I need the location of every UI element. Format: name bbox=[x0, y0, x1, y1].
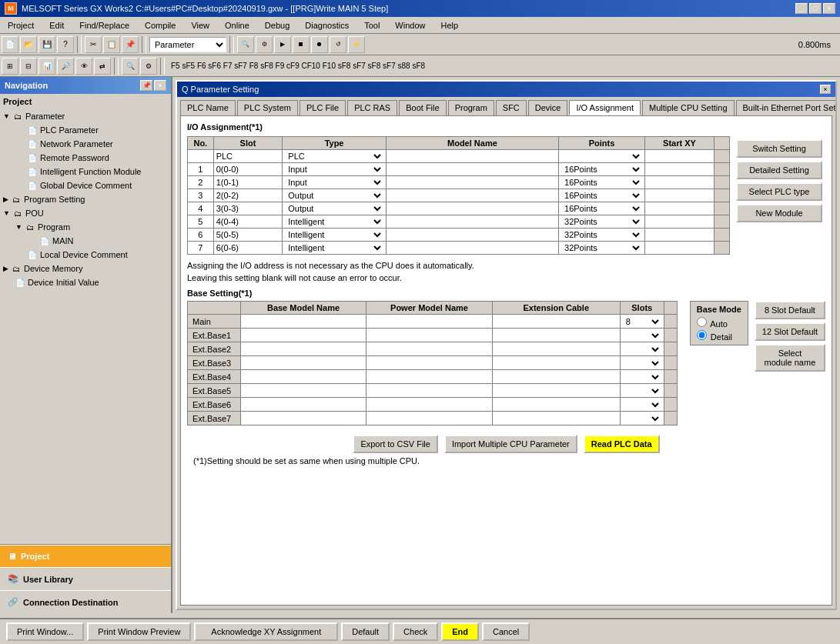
io-cell-startxy[interactable] bbox=[645, 229, 715, 242]
base-cell-powermodel[interactable] bbox=[366, 370, 493, 384]
slots-select[interactable]: 23456789101112 bbox=[623, 330, 661, 341]
base-model-input[interactable] bbox=[243, 317, 352, 326]
tb-icon2[interactable]: ⚙ bbox=[256, 36, 273, 53]
io-model-input[interactable] bbox=[389, 152, 556, 161]
tb-icon6[interactable]: ↺ bbox=[330, 36, 346, 53]
tree-item-network-param[interactable]: 📄 Network Parameter bbox=[2, 137, 169, 151]
io-cell-type[interactable]: PLCInputOutputIntelligentEmpty bbox=[283, 189, 387, 202]
io-model-input[interactable] bbox=[389, 217, 556, 226]
ext-cable-input[interactable] bbox=[495, 345, 605, 354]
io-cell-type[interactable]: PLCInputOutputIntelligentEmpty bbox=[283, 176, 387, 189]
tb2-btn3[interactable]: 📊 bbox=[38, 58, 55, 75]
base-model-input[interactable] bbox=[243, 414, 352, 423]
menu-edit[interactable]: Edit bbox=[45, 19, 69, 32]
ext-cable-input[interactable] bbox=[495, 317, 605, 326]
io-model-input[interactable] bbox=[389, 204, 556, 213]
menu-help[interactable]: Help bbox=[436, 19, 463, 32]
io-cell-model[interactable] bbox=[386, 189, 558, 202]
io-startxy-input[interactable] bbox=[648, 217, 711, 226]
io-points-select[interactable]: 16Points32Points48Points64Points bbox=[561, 229, 642, 240]
close-button[interactable]: × bbox=[823, 3, 835, 14]
base-cell-slots[interactable]: 23456789101112 bbox=[620, 356, 664, 370]
import-multicpu-button[interactable]: Import Multiple CPU Parameter bbox=[444, 435, 577, 453]
io-cell-type[interactable]: PLCInputOutputIntelligentEmpty bbox=[283, 242, 387, 255]
toolbar-dropdown[interactable]: Parameter bbox=[149, 37, 226, 52]
io-cell-points[interactable]: 16Points32Points48Points64Points bbox=[559, 163, 645, 176]
menu-online[interactable]: Online bbox=[220, 19, 254, 32]
new-module-button[interactable]: New Module bbox=[736, 204, 822, 222]
tb2-btn4[interactable]: 🔎 bbox=[57, 58, 74, 75]
io-type-select[interactable]: PLCInputOutputIntelligentEmpty bbox=[285, 164, 383, 175]
base-model-input[interactable] bbox=[243, 331, 352, 340]
io-type-select[interactable]: PLCInputOutputIntelligentEmpty bbox=[285, 242, 383, 253]
io-cell-type[interactable]: PLCInputOutputIntelligentEmpty bbox=[283, 215, 387, 229]
io-startxy-input[interactable] bbox=[648, 165, 711, 174]
base-model-input[interactable] bbox=[243, 400, 352, 409]
tb-icon1[interactable]: 🔍 bbox=[237, 36, 254, 53]
io-cell-points[interactable]: 16Points32Points48Points64Points bbox=[559, 242, 645, 255]
tab-program[interactable]: Program bbox=[448, 100, 494, 115]
io-cell-model[interactable] bbox=[386, 150, 558, 163]
menu-project[interactable]: Project bbox=[3, 19, 38, 32]
base-cell-basemodel[interactable] bbox=[240, 342, 366, 356]
io-cell-points[interactable]: 16Points32Points48Points64Points bbox=[559, 229, 645, 242]
base-model-input[interactable] bbox=[243, 345, 352, 354]
select-module-button[interactable]: Select module name bbox=[755, 344, 825, 372]
tree-item-remote-pwd[interactable]: 📄 Remote Password bbox=[2, 151, 169, 165]
tb2-search[interactable]: 🔍 bbox=[122, 58, 139, 75]
power-model-input[interactable] bbox=[369, 386, 477, 395]
io-cell-startxy[interactable] bbox=[645, 202, 715, 215]
base-cell-powermodel[interactable] bbox=[366, 356, 493, 370]
io-cell-type[interactable]: PLCInputOutputIntelligentEmpty bbox=[283, 202, 387, 215]
io-points-select[interactable]: 16Points32Points48Points64Points bbox=[561, 203, 642, 214]
power-model-input[interactable] bbox=[369, 331, 477, 340]
slots-select[interactable]: 23456789101112 bbox=[623, 385, 661, 396]
base-cell-slots[interactable]: 23456789101112 bbox=[620, 329, 664, 342]
power-model-input[interactable] bbox=[369, 372, 477, 382]
io-type-select[interactable]: PLCInputOutputIntelligentEmpty bbox=[285, 203, 383, 214]
io-cell-startxy[interactable] bbox=[645, 163, 715, 176]
base-cell-basemodel[interactable] bbox=[240, 412, 366, 425]
tab-plcname[interactable]: PLC Name bbox=[180, 100, 236, 115]
slots-select[interactable]: 23456789101112 bbox=[623, 372, 661, 382]
base-cell-extcable[interactable] bbox=[492, 370, 620, 384]
read-plc-button[interactable]: Read PLC Data bbox=[584, 435, 660, 453]
io-startxy-input[interactable] bbox=[648, 204, 711, 213]
tb-btn3[interactable]: 📌 bbox=[122, 36, 139, 53]
base-cell-powermodel[interactable] bbox=[366, 342, 493, 356]
tb2-gear[interactable]: ⚙ bbox=[140, 58, 157, 75]
export-csv-button[interactable]: Export to CSV File bbox=[353, 435, 437, 453]
io-points-select[interactable]: 16Points32Points48Points64Points bbox=[561, 242, 642, 253]
io-cell-model[interactable] bbox=[386, 229, 558, 242]
io-cell-model[interactable] bbox=[386, 202, 558, 215]
base-cell-extcable[interactable] bbox=[492, 342, 620, 356]
base-cell-basemodel[interactable] bbox=[240, 384, 366, 398]
io-cell-type[interactable]: PLCInputOutputIntelligentEmpty bbox=[283, 163, 387, 176]
slots-select[interactable]: 23456789101112 bbox=[623, 413, 661, 424]
tb-icon3[interactable]: ▶ bbox=[274, 36, 291, 53]
ext-cable-input[interactable] bbox=[495, 331, 605, 340]
tree-item-intelligent[interactable]: 📄 Intelligent Function Module bbox=[2, 165, 169, 179]
base-cell-slots[interactable]: 23456789101112 bbox=[620, 342, 664, 356]
power-model-input[interactable] bbox=[369, 400, 477, 409]
tb2-btn1[interactable]: ⊞ bbox=[2, 58, 18, 75]
base-mode-auto-radio[interactable] bbox=[697, 317, 707, 327]
io-cell-model[interactable] bbox=[386, 215, 558, 229]
base-model-input[interactable] bbox=[243, 359, 352, 368]
tb2-btn5[interactable]: 👁 bbox=[75, 58, 92, 75]
io-startxy-input[interactable] bbox=[648, 152, 711, 161]
tb2-btn2[interactable]: ⊟ bbox=[20, 58, 37, 75]
power-model-input[interactable] bbox=[369, 317, 477, 326]
io-model-input[interactable] bbox=[389, 230, 556, 239]
base-cell-powermodel[interactable] bbox=[366, 329, 493, 342]
io-points-select[interactable]: 16Points32Points48Points64Points bbox=[561, 177, 642, 188]
power-model-input[interactable] bbox=[369, 359, 477, 368]
tree-item-parameter[interactable]: ▼ 🗂 Parameter bbox=[2, 109, 169, 123]
io-cell-startxy[interactable] bbox=[645, 189, 715, 202]
io-type-select[interactable]: PLCInputOutputIntelligentEmpty bbox=[285, 177, 383, 188]
io-model-input[interactable] bbox=[389, 243, 556, 252]
io-cell-points[interactable]: 16Points32Points48Points64Points bbox=[559, 189, 645, 202]
io-cell-model[interactable] bbox=[386, 163, 558, 176]
slots-select[interactable]: 23456789101112 bbox=[623, 344, 661, 355]
minimize-button[interactable]: _ bbox=[795, 3, 808, 14]
